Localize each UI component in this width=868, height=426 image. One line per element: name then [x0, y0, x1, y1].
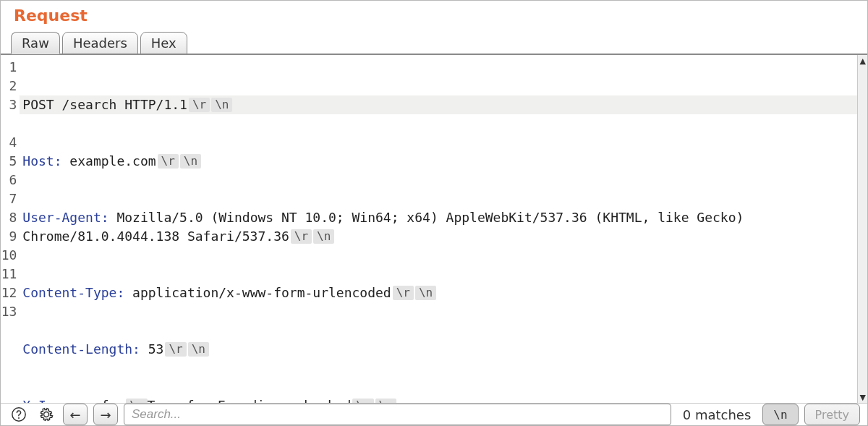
line-number: 2 — [1, 77, 17, 95]
scroll-down-arrow[interactable]: ▼ — [858, 391, 867, 403]
footer-bar: ← → 0 matches \n Pretty — [1, 404, 867, 425]
prev-match-button[interactable]: ← — [63, 404, 88, 425]
cr-marker: \r — [291, 229, 312, 244]
help-icon — [11, 406, 27, 422]
cr-marker: \r — [158, 154, 179, 169]
line-number: 5 — [1, 152, 17, 171]
cr-marker: \r — [189, 98, 210, 112]
line-number: 3 — [1, 95, 17, 114]
whitespace-toggle-button[interactable]: \n — [762, 404, 798, 425]
line-number: 6 — [1, 171, 17, 189]
cr-marker: \r — [165, 342, 186, 357]
code-area[interactable]: POST /search HTTP/1.1\r\n Host: example.… — [20, 55, 857, 403]
cr-marker: \r — [126, 399, 147, 403]
panel-title: Request — [1, 1, 867, 32]
line-number: 10 — [1, 246, 17, 265]
match-count: 0 matches — [677, 407, 757, 422]
gear-icon — [38, 406, 54, 422]
lf-marker: \n — [375, 399, 396, 403]
lf-marker: \n — [415, 286, 436, 300]
tab-raw[interactable]: Raw — [11, 32, 60, 54]
editor[interactable]: 1 2 3 4 5 6 7 8 9 10 11 12 13 POST /sear… — [1, 54, 867, 404]
code-line[interactable]: Content-Type: application/x-www-form-url… — [22, 284, 853, 302]
search-input[interactable] — [124, 404, 671, 425]
vertical-scrollbar[interactable]: ▲ ▼ — [857, 55, 867, 403]
code-line[interactable]: Content-Length: 53\r\n — [22, 340, 853, 359]
line-number: 1 — [1, 58, 17, 77]
tab-hex[interactable]: Hex — [140, 32, 187, 54]
line-number: 11 — [1, 265, 17, 284]
arrow-right-icon: → — [100, 407, 111, 422]
scroll-up-arrow[interactable]: ▲ — [858, 55, 867, 67]
next-match-button[interactable]: → — [93, 404, 118, 425]
lf-marker: \n — [313, 229, 334, 244]
svg-point-1 — [18, 417, 20, 419]
lf-marker: \n — [211, 98, 232, 112]
settings-button[interactable] — [35, 404, 57, 425]
code-line[interactable]: Host: example.com\r\n — [22, 152, 853, 171]
view-tabs: Raw Headers Hex — [1, 32, 867, 54]
line-number: 7 — [1, 189, 17, 208]
tab-headers[interactable]: Headers — [62, 32, 138, 54]
pretty-button[interactable]: Pretty — [804, 404, 860, 425]
line-number: 4 — [1, 133, 17, 152]
code-line[interactable]: X-Ignore: foo\rTransfer-Encoding: chunke… — [22, 396, 853, 403]
code-line[interactable]: User-Agent: Mozilla/5.0 (Windows NT 10.0… — [22, 208, 853, 246]
line-gutter: 1 2 3 4 5 6 7 8 9 10 11 12 13 — [1, 55, 20, 403]
request-panel: Request Raw Headers Hex 1 2 3 4 5 6 7 8 … — [0, 0, 868, 426]
code-line[interactable]: POST /search HTTP/1.1\r\n — [20, 95, 857, 114]
arrow-left-icon: ← — [69, 407, 80, 422]
lf-marker: \n — [180, 154, 201, 169]
line-number: 13 — [1, 302, 17, 321]
cr-marker: \r — [352, 399, 373, 403]
line-number: 8 — [1, 208, 17, 227]
line-number: 9 — [1, 227, 17, 246]
help-button[interactable] — [8, 404, 30, 425]
cr-marker: \r — [393, 286, 414, 300]
lf-marker: \n — [188, 342, 209, 357]
line-number: 12 — [1, 284, 17, 302]
